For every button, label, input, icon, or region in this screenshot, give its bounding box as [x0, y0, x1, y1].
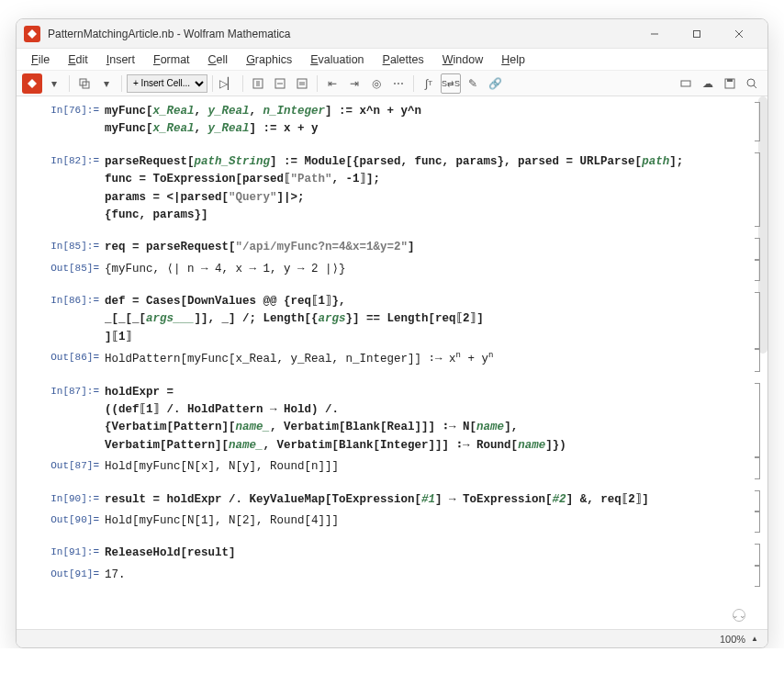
minimize-button[interactable]: [633, 19, 676, 49]
collapse-icon[interactable]: [676, 73, 696, 94]
output-icon[interactable]: ◎: [366, 73, 386, 94]
toolbar-separator: [69, 75, 70, 92]
cell-in-90[interactable]: In[90]:= result = holdExpr /. KeyValueMa…: [17, 490, 767, 512]
menu-edit[interactable]: Edit: [59, 51, 97, 69]
cell-content[interactable]: def = Cases[DownValues @@ {req⟦1⟧}, _[_[…: [105, 293, 751, 348]
cell-in-85[interactable]: In[85]:= req = parseRequest["/api/myFunc…: [17, 238, 767, 259]
cell-label: Out[91]=: [17, 567, 105, 579]
evaluate-icon[interactable]: ▷▏: [218, 73, 238, 94]
cell-content[interactable]: {myFunc, ⟨| n → 4, x → 1, y → 2 |⟩}: [105, 261, 751, 280]
zoom-level[interactable]: 100%: [720, 634, 745, 645]
cell-bracket[interactable]: [755, 152, 760, 228]
notebook-area[interactable]: In[76]:= myFunc[x_Real, y_Real, n_Intege…: [17, 96, 767, 629]
cell-content[interactable]: holdExpr = ((def⟦1⟧ /. HoldPattern → Hol…: [105, 384, 751, 457]
brush-icon[interactable]: ✎: [463, 73, 483, 94]
cell-content[interactable]: Hold[myFunc[N[1], N[2], Round[4]]]: [105, 512, 751, 532]
cell-content[interactable]: HoldPattern[myFunc[x_Real, y_Real, n_Int…: [105, 350, 751, 371]
cell-bracket[interactable]: [755, 260, 760, 281]
cell-bracket[interactable]: [755, 349, 760, 372]
cell-label: In[82]:=: [17, 153, 105, 166]
cell-content[interactable]: ReleaseHold[result]: [105, 545, 751, 564]
cell-content[interactable]: parseRequest[path_String] := Module[{par…: [105, 153, 751, 227]
layers-icon[interactable]: [74, 73, 95, 94]
cell-in-91[interactable]: In[91]:= ReleaseHold[result]: [17, 544, 767, 565]
cell-bracket[interactable]: [755, 383, 760, 458]
indent-icon[interactable]: ⇥: [344, 73, 364, 94]
zoom-dropdown-icon[interactable]: ▲: [751, 635, 758, 643]
cell-bracket[interactable]: [755, 102, 760, 141]
cell-content[interactable]: result = holdExpr /. KeyValueMap[ToExpre…: [105, 491, 751, 511]
cell-out-90[interactable]: Out[90]= Hold[myFunc[N[1], N[2], Round[4…: [17, 512, 767, 533]
cell-bracket[interactable]: [755, 292, 760, 349]
window-controls: [633, 19, 760, 49]
cell-in-87[interactable]: In[87]:= holdExpr = ((def⟦1⟧ /. HoldPatt…: [17, 383, 767, 458]
cell-out-86[interactable]: Out[86]= HoldPattern[myFunc[x_Real, y_Re…: [17, 349, 767, 372]
svg-rect-12: [297, 79, 307, 88]
cell-label: In[86]:=: [17, 293, 105, 306]
title-bar: PatternMatchingArticle.nb - Wolfram Math…: [17, 19, 767, 49]
save-icon[interactable]: [720, 73, 740, 94]
cell-bracket[interactable]: [755, 512, 760, 533]
menu-format[interactable]: Format: [144, 51, 199, 69]
cell-label: Out[85]=: [17, 261, 105, 274]
dropdown-icon[interactable]: ▾: [44, 73, 64, 94]
cell-label: In[87]:=: [17, 384, 105, 397]
close-button[interactable]: [718, 19, 760, 49]
abort-all-icon[interactable]: [292, 73, 312, 94]
cell-bracket[interactable]: [755, 544, 760, 565]
menu-window[interactable]: Window: [433, 51, 492, 69]
toolbar-separator: [413, 75, 414, 92]
abort-icon[interactable]: [270, 73, 290, 94]
style-icon[interactable]: S⇄S: [441, 73, 461, 94]
menu-cell[interactable]: Cell: [199, 51, 238, 69]
ellipsis-icon[interactable]: ⋯: [388, 73, 409, 94]
window-title: PatternMatchingArticle.nb - Wolfram Math…: [48, 28, 633, 40]
cell-label: Out[86]=: [17, 350, 105, 363]
text-cell-icon[interactable]: [248, 73, 268, 94]
cell-in-86[interactable]: In[86]:= def = Cases[DownValues @@ {req⟦…: [17, 292, 767, 349]
cell-label: Out[87]=: [17, 458, 105, 471]
cell-content[interactable]: req = parseRequest["/api/myFunc?n=4&x=1&…: [105, 239, 751, 258]
cell-in-82[interactable]: In[82]:= parseRequest[path_String] := Mo…: [17, 152, 767, 228]
cell-bracket[interactable]: [755, 238, 760, 259]
cell-label: Out[90]=: [17, 512, 105, 525]
cell-content[interactable]: myFunc[x_Real, y_Real, n_Integer] := x^n…: [105, 103, 751, 141]
menu-help[interactable]: Help: [492, 51, 534, 69]
cell-in-76[interactable]: In[76]:= myFunc[x_Real, y_Real, n_Intege…: [17, 102, 767, 141]
cell-label: In[91]:=: [17, 545, 105, 557]
cell-label: In[90]:=: [17, 491, 105, 504]
menu-bar: File Edit Insert Format Cell Graphics Ev…: [17, 49, 767, 71]
app-window: PatternMatchingArticle.nb - Wolfram Math…: [16, 18, 768, 648]
menu-file[interactable]: File: [22, 51, 59, 69]
svg-rect-15: [681, 81, 690, 86]
cell-bracket[interactable]: [755, 457, 760, 478]
status-bar: 100% ▲: [17, 629, 767, 647]
app-icon: [24, 26, 40, 42]
menu-evaluation[interactable]: Evaluation: [301, 51, 373, 69]
menu-palettes[interactable]: Palettes: [374, 51, 433, 69]
outdent-icon[interactable]: ⇤: [322, 73, 342, 94]
dropdown-icon-2[interactable]: ▾: [96, 73, 117, 94]
cell-bracket[interactable]: [755, 566, 760, 587]
insert-cell-select[interactable]: + Insert Cell...: [127, 74, 207, 93]
cell-out-87[interactable]: Out[87]= Hold[myFunc[N[x], N[y], Round[n…: [17, 457, 767, 478]
maximize-button[interactable]: [676, 19, 718, 49]
menu-insert[interactable]: Insert: [97, 51, 144, 69]
toolbar-separator: [121, 75, 122, 92]
cell-out-91[interactable]: Out[91]= 17.: [17, 566, 767, 587]
toolbar-separator: [242, 75, 243, 92]
menu-graphics[interactable]: Graphics: [237, 51, 301, 69]
format-icon[interactable]: ∫T: [419, 73, 439, 94]
more-cells-icon[interactable]: ⌄⌄: [733, 609, 745, 622]
cell-content[interactable]: 17.: [105, 567, 751, 586]
svg-rect-17: [727, 79, 733, 82]
cell-content[interactable]: Hold[myFunc[N[x], N[y], Round[n]]]: [105, 458, 751, 478]
toolbar: ▾ ▾ + Insert Cell... ▷▏ ⇤ ⇥ ◎ ⋯ ∫T S⇄S ✎…: [17, 71, 767, 96]
cell-out-85[interactable]: Out[85]= {myFunc, ⟨| n → 4, x → 1, y → 2…: [17, 260, 767, 281]
cell-bracket[interactable]: [755, 490, 760, 512]
wolfram-menu-icon[interactable]: [22, 73, 42, 94]
link-icon[interactable]: 🔗: [485, 73, 505, 94]
cells-container: In[76]:= myFunc[x_Real, y_Real, n_Intege…: [17, 96, 767, 601]
cloud-icon[interactable]: ☁: [698, 73, 718, 94]
search-icon[interactable]: [742, 73, 762, 94]
